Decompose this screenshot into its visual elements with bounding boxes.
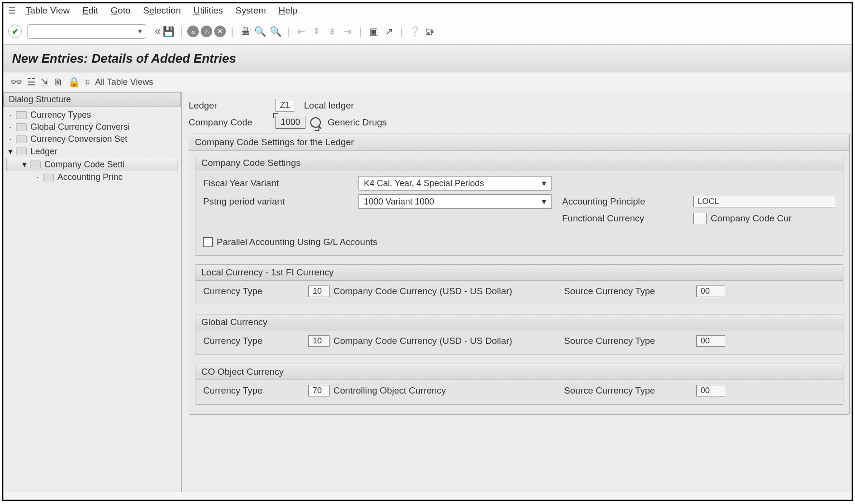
- sidebar-header: Dialog Structure: [3, 92, 181, 107]
- find-next-icon[interactable]: 🔍: [269, 25, 283, 38]
- back-icon[interactable]: «: [187, 26, 199, 37]
- global-source-currency-label: Source Currency Type: [564, 336, 690, 346]
- local-currency-type-label: Currency Type: [203, 286, 304, 297]
- co-currency-title: CO Object Currency: [195, 364, 843, 380]
- menu-goto[interactable]: Goto: [110, 5, 130, 16]
- folder-icon: [16, 123, 27, 131]
- header-fields: Ledger Z1 Local ledger Company Code 1000…: [189, 99, 852, 129]
- outer-group-title: Company Code Settings for the Ledger: [189, 134, 849, 151]
- all-table-views-label[interactable]: All Table Views: [95, 77, 153, 87]
- menu-edit[interactable]: Edit: [83, 5, 98, 16]
- collapse-icon[interactable]: ☱: [27, 76, 36, 88]
- fiscal-year-variant-label: Fiscal Year Variant: [203, 178, 348, 189]
- expand-icon[interactable]: ⇲: [41, 76, 49, 88]
- glasses-icon[interactable]: 👓: [10, 76, 22, 88]
- co-object-currency-group: CO Object Currency Currency Type 70 Cont…: [195, 364, 843, 405]
- first-page-icon[interactable]: ⇤: [295, 25, 308, 38]
- separator: |: [359, 26, 362, 37]
- next-page-icon[interactable]: ⇟: [326, 25, 339, 38]
- tree-label: Global Currency Conversi: [30, 122, 130, 132]
- back-chevron-icon[interactable]: «: [155, 25, 158, 38]
- window-menu-icon[interactable]: ☰: [8, 5, 16, 16]
- functional-currency-trail: Company Code Cur: [711, 213, 792, 224]
- co-source-currency-label: Source Currency Type: [564, 385, 690, 396]
- menu-help[interactable]: Help: [278, 5, 297, 16]
- document-icon[interactable]: 🗎: [54, 77, 63, 88]
- global-currency-type-desc: Company Code Currency (USD - US Dollar): [333, 336, 560, 346]
- separator: |: [288, 26, 290, 37]
- global-currency-title: Global Currency: [195, 314, 843, 330]
- accounting-principle-label: Accounting Principle: [562, 196, 688, 207]
- company-code-value[interactable]: 1000: [276, 116, 305, 129]
- local-currency-group: Local Currency - 1st FI Currency Currenc…: [195, 264, 843, 305]
- tree-node-currency-types[interactable]: · Currency Types: [6, 109, 178, 121]
- menu-system[interactable]: System: [235, 5, 266, 16]
- tree-label: Currency Conversion Set: [30, 134, 127, 144]
- global-currency-group: Global Currency Currency Type 10 Company…: [195, 314, 843, 355]
- local-source-currency-label: Source Currency Type: [564, 286, 690, 297]
- lock-icon[interactable]: 🔒: [68, 76, 80, 88]
- co-currency-type-value[interactable]: 70: [308, 385, 330, 396]
- global-currency-type-value[interactable]: 10: [308, 335, 330, 347]
- find-icon[interactable]: 🔍: [254, 25, 267, 38]
- prev-page-icon[interactable]: ⇞: [310, 25, 324, 38]
- search-icon[interactable]: [310, 117, 321, 128]
- application-toolbar: 👓 ☱ ⇲ 🗎 🔒 ⌗ All Table Views: [3, 72, 852, 92]
- local-currency-type-desc: Company Code Currency (USD - US Dollar): [333, 286, 560, 297]
- new-session-icon[interactable]: ▣: [367, 25, 380, 38]
- layout-icon[interactable]: 🖳: [423, 25, 437, 38]
- sap-window: ☰ TTable Viewable View Edit Goto Selecti…: [2, 2, 853, 501]
- cancel-icon[interactable]: ✕: [214, 26, 226, 37]
- local-currency-type-value[interactable]: 10: [308, 286, 330, 297]
- tree-label: Ledger: [30, 147, 57, 157]
- tree-node-ledger[interactable]: ▾ Ledger: [6, 145, 178, 158]
- company-code-desc: Generic Drugs: [328, 117, 387, 128]
- save-icon[interactable]: 💾: [162, 25, 175, 38]
- separator: |: [180, 26, 182, 37]
- menu-selection[interactable]: Selection: [143, 5, 181, 16]
- main-pane: Ledger Z1 Local ledger Company Code 1000…: [182, 92, 852, 492]
- print-icon[interactable]: 🖶: [238, 25, 252, 38]
- page-title: New Entries: Details of Added Entries: [3, 45, 852, 72]
- tree-node-currency-conversion-set[interactable]: · Currency Conversion Set: [6, 133, 178, 145]
- functional-currency-label: Functional Currency: [562, 213, 688, 224]
- folder-icon: [30, 161, 41, 168]
- menu-utilities[interactable]: Utilities: [193, 5, 223, 16]
- ledger-value[interactable]: Z1: [276, 99, 294, 112]
- last-page-icon[interactable]: ⇥: [341, 25, 355, 38]
- company-code-settings-ledger-group: Company Code Settings for the Ledger Com…: [189, 134, 850, 415]
- command-field[interactable]: [28, 24, 146, 39]
- co-source-currency-value[interactable]: 00: [696, 385, 725, 396]
- menu-table-view[interactable]: TTable Viewable View: [26, 5, 70, 16]
- ledger-desc: Local ledger: [304, 100, 354, 111]
- folder-icon: [16, 136, 27, 143]
- company-code-settings-group: Company Code Settings Fiscal Year Varian…: [195, 155, 843, 256]
- global-source-currency-value[interactable]: 00: [696, 335, 725, 347]
- parallel-accounting-checkbox[interactable]: [203, 237, 213, 247]
- tree-node-company-code-settings[interactable]: ▾ Company Code Setti: [6, 158, 178, 171]
- local-source-currency-value[interactable]: 00: [696, 286, 725, 297]
- chevron-down-icon: ▾: [542, 178, 546, 189]
- tree-node-global-currency-conv[interactable]: · Global Currency Conversi: [6, 121, 178, 133]
- parallel-accounting-label: Parallel Accounting Using G/L Accounts: [217, 237, 377, 247]
- global-currency-type-label: Currency Type: [203, 336, 304, 346]
- table-icon[interactable]: ⌗: [85, 77, 90, 88]
- tree-label: Currency Types: [30, 110, 91, 120]
- tree-node-accounting-principles[interactable]: · Accounting Princ: [6, 171, 178, 183]
- accounting-principle-value[interactable]: LOCL: [693, 196, 835, 207]
- shortcut-icon[interactable]: ↗: [382, 25, 396, 38]
- chevron-down-icon: ▾: [542, 196, 546, 207]
- fiscal-year-variant-dropdown[interactable]: K4 Cal. Year, 4 Special Periods ▾: [359, 176, 552, 191]
- ledger-label: Ledger: [189, 100, 276, 111]
- enter-button[interactable]: ✔: [8, 25, 22, 38]
- functional-currency-value[interactable]: [693, 213, 707, 224]
- standard-toolbar: ✔ « 💾 | « ⌂ ✕ | 🖶 🔍 🔍 | ⇤ ⇞ ⇟ ⇥ | ▣ ↗ | …: [3, 21, 852, 45]
- folder-icon: [16, 111, 27, 119]
- exit-icon[interactable]: ⌂: [201, 26, 212, 37]
- posting-period-variant-dropdown[interactable]: 1000 Variant 1000 ▾: [359, 194, 552, 209]
- co-currency-type-desc: Controlling Object Currency: [333, 385, 560, 396]
- separator: |: [231, 26, 233, 37]
- help-icon[interactable]: ❔: [408, 25, 421, 38]
- co-currency-type-label: Currency Type: [203, 385, 304, 396]
- tree: · Currency Types · Global Currency Conve…: [3, 107, 181, 183]
